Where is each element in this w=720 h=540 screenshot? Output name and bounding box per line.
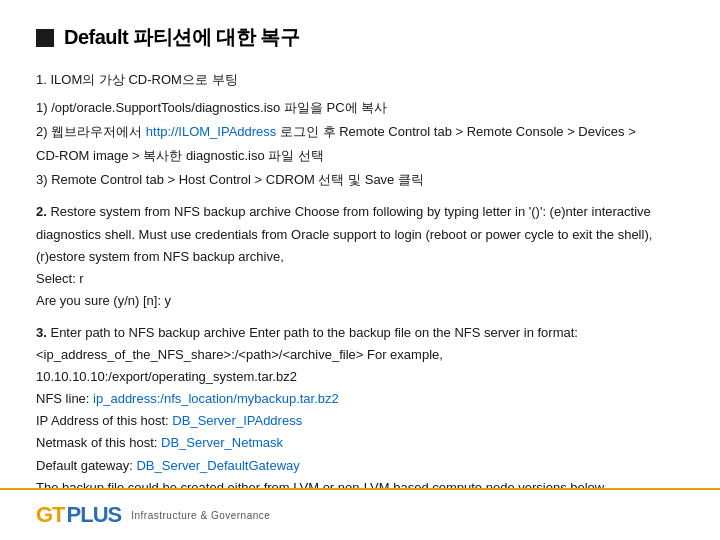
section-3-netmask: Netmask of this host: DB_Server_Netmask: [36, 432, 684, 454]
sub-step-2b-text: CD-ROM image > 복사한 diagnostic.iso 파일 선택: [36, 148, 324, 163]
section-3-netmask-label: Netmask of this host:: [36, 435, 161, 450]
section-2-label: 2.: [36, 204, 47, 219]
title-square-icon: [36, 29, 54, 47]
page-container: Default 파티션에 대한 복구 1. ILOM의 가상 CD-ROM으로 …: [0, 0, 720, 540]
sub-step-1: 1) /opt/oracle.SupportTools/diagnostics.…: [36, 97, 684, 119]
sub-step-2-after: 로그인 후 Remote Control tab > Remote Consol…: [276, 124, 635, 139]
section-3-nfs-value: ip_address:/nfs_location/mybackup.tar.bz…: [93, 391, 339, 406]
footer: GTPLUS Infrastructure & Governance: [0, 488, 720, 540]
section-3-format: <ip_address_of_the_NFS_share>:/<path>/<a…: [36, 344, 684, 366]
sub-step-2-url: http://ILOM_IPAddress: [146, 124, 277, 139]
sub-step-2b: CD-ROM image > 복사한 diagnostic.iso 파일 선택: [36, 145, 684, 167]
section-3-intro-row: 3. Enter path to NFS backup archive Ente…: [36, 322, 684, 344]
section-2-confirm: Are you sure (y/n) [n]: y: [36, 290, 684, 312]
section-2-confirm-text: Are you sure (y/n) [n]: y: [36, 293, 171, 308]
section-2: 2. Restore system from NFS backup archiv…: [36, 201, 684, 311]
section-2-select-text: Select: r: [36, 271, 84, 286]
title-row: Default 파티션에 대한 복구: [36, 24, 684, 51]
section-2-intro: 2. Restore system from NFS backup archiv…: [36, 201, 684, 267]
section-3: 3. Enter path to NFS backup archive Ente…: [36, 322, 684, 488]
content-area: Default 파티션에 대한 복구 1. ILOM의 가상 CD-ROM으로 …: [0, 0, 720, 488]
section-3-example-text: 10.10.10.10:/export/operating_system.tar…: [36, 369, 297, 384]
section-3-ip-value: DB_Server_IPAddress: [172, 413, 302, 428]
section-2-text: Restore system from NFS backup archive C…: [36, 204, 652, 263]
sub-step-2-normal: 2) 웹브라우저에서: [36, 124, 146, 139]
section-3-netmask-value: DB_Server_Netmask: [161, 435, 283, 450]
step-1: 1. ILOM의 가상 CD-ROM으로 부팅: [36, 69, 684, 91]
section-3-gateway-value: DB_Server_DefaultGateway: [136, 458, 299, 473]
sub-step-3: 3) Remote Control tab > Host Control > C…: [36, 169, 684, 191]
section-3-label: 3.: [36, 325, 47, 340]
section-3-backup-note: The backup file could be created either …: [36, 477, 684, 488]
section-3-gateway-label: Default gateway:: [36, 458, 136, 473]
section-3-gateway: Default gateway: DB_Server_DefaultGatewa…: [36, 455, 684, 477]
section-3-nfs: NFS line: ip_address:/nfs_location/mybac…: [36, 388, 684, 410]
section-3-format-text: <ip_address_of_the_NFS_share>:/<path>/<a…: [36, 347, 443, 362]
footer-logo: GTPLUS Infrastructure & Governance: [36, 502, 270, 528]
step-1-label: 1. ILOM의 가상 CD-ROM으로 부팅: [36, 72, 238, 87]
sub-step-2: 2) 웹브라우저에서 http://ILOM_IPAddress 로그인 후 R…: [36, 121, 684, 143]
logo-plus: PLUS: [67, 502, 122, 528]
section-2-select: Select: r: [36, 268, 684, 290]
main-content: 1. ILOM의 가상 CD-ROM으로 부팅 1) /opt/oracle.S…: [36, 69, 684, 488]
section-3-nfs-label: NFS line:: [36, 391, 93, 406]
logo-tagline: Infrastructure & Governance: [131, 510, 270, 521]
section-3-intro: Enter path to NFS backup archive Enter p…: [50, 325, 578, 340]
section-3-example: 10.10.10.10:/export/operating_system.tar…: [36, 366, 684, 388]
sub-step-3-text: 3) Remote Control tab > Host Control > C…: [36, 172, 424, 187]
section-3-ip: IP Address of this host: DB_Server_IPAdd…: [36, 410, 684, 432]
sub-step-1-text: 1) /opt/oracle.SupportTools/diagnostics.…: [36, 100, 387, 115]
section-3-ip-label: IP Address of this host:: [36, 413, 172, 428]
page-title: Default 파티션에 대한 복구: [64, 24, 299, 51]
logo-gt: GT: [36, 502, 65, 528]
section-3-backup-note-text: The backup file could be created either …: [36, 480, 604, 488]
